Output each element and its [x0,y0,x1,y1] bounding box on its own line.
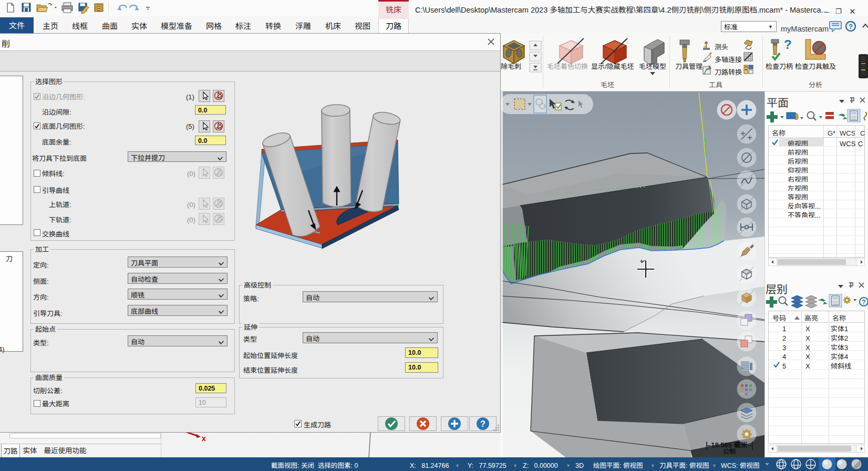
svg-text:x: x [202,434,206,443]
svg-text:?: ? [849,21,853,31]
svg-text:?: ? [862,297,865,306]
svg-text:?: ? [784,34,792,53]
svg-text:公制: 公制 [723,446,736,455]
svg-text:?: ? [480,417,485,429]
